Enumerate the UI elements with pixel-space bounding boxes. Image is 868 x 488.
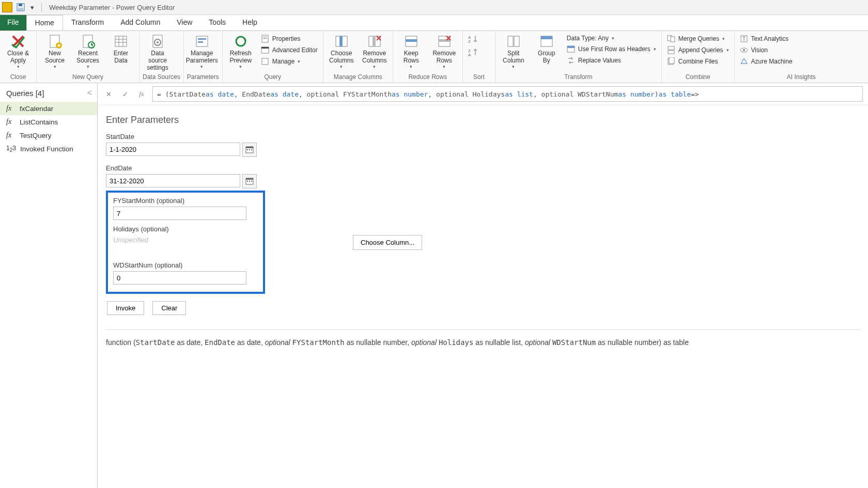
remove-rows-button[interactable]: Remove Rows bbox=[429, 32, 459, 69]
new-source-button[interactable]: New Source bbox=[40, 32, 70, 69]
enddate-calendar-button[interactable] bbox=[242, 174, 257, 188]
data-source-settings-button[interactable]: Data source settings bbox=[143, 32, 173, 71]
group-ai-insights-label: AI Insights bbox=[738, 72, 865, 83]
enter-parameters-title: Enter Parameters bbox=[106, 115, 861, 125]
tab-file[interactable]: File bbox=[0, 15, 26, 30]
merge-queries-button[interactable]: Merge Queries bbox=[665, 34, 731, 43]
query-item-fxcalendar[interactable]: fx fxCalendar bbox=[0, 102, 97, 115]
formula-input[interactable]: = (StartDate as date , EndDate as date ,… bbox=[152, 86, 863, 102]
svg-rect-28 bbox=[373, 36, 376, 46]
enddate-label: EndDate bbox=[106, 164, 861, 172]
wdstartnum-label: WDStartNum (optional) bbox=[113, 261, 258, 269]
tab-transform[interactable]: Transform bbox=[63, 15, 112, 30]
sort-asc-button[interactable]: AZ bbox=[466, 34, 482, 44]
tab-view[interactable]: View bbox=[168, 15, 200, 30]
enter-data-button[interactable]: Enter Data bbox=[106, 32, 136, 64]
tab-home[interactable]: Home bbox=[26, 15, 63, 30]
undo-icon[interactable]: ▾ bbox=[27, 2, 37, 12]
close-apply-button[interactable]: Close & Apply bbox=[3, 32, 33, 69]
fx-icon[interactable]: fx bbox=[136, 88, 147, 100]
svg-rect-23 bbox=[261, 47, 269, 49]
group-data-sources-label: Data Sources bbox=[143, 72, 180, 83]
svg-text:T: T bbox=[742, 36, 746, 42]
svg-rect-26 bbox=[339, 36, 343, 46]
ribbon: Close & Apply Close New Source Recent So… bbox=[0, 31, 868, 83]
azure-ml-button[interactable]: Azure Machine bbox=[738, 57, 795, 66]
cancel-formula-icon[interactable]: ✕ bbox=[103, 88, 114, 100]
tab-help[interactable]: Help bbox=[234, 15, 266, 30]
svg-point-18 bbox=[236, 37, 245, 46]
commit-formula-icon[interactable]: ✓ bbox=[119, 88, 131, 100]
collapse-pane-icon[interactable]: < bbox=[87, 88, 92, 98]
function-signature: function (StartDate as date, EndDate as … bbox=[106, 329, 861, 347]
group-transform: Split Column Group By Data Type: Any Use… bbox=[495, 31, 662, 83]
combine-files-button[interactable]: Combine Files bbox=[665, 57, 731, 66]
choose-columns-button[interactable]: Choose Columns bbox=[327, 32, 357, 69]
manage-button[interactable]: Manage bbox=[259, 57, 320, 66]
startdate-label: StartDate bbox=[106, 133, 861, 140]
advanced-editor-button[interactable]: Advanced Editor bbox=[259, 45, 320, 55]
queries-header: Queries [4] bbox=[6, 89, 44, 98]
startdate-calendar-button[interactable] bbox=[242, 143, 257, 157]
recent-sources-button[interactable]: Recent Sources bbox=[73, 32, 103, 69]
svg-rect-37 bbox=[508, 36, 513, 46]
group-query: Refresh Preview Properties Advanced Edit… bbox=[223, 31, 323, 83]
svg-rect-55 bbox=[247, 149, 248, 150]
group-by-button[interactable]: Group By bbox=[532, 32, 562, 64]
function-icon: fx bbox=[6, 104, 16, 113]
svg-rect-54 bbox=[246, 147, 253, 148]
svg-rect-42 bbox=[567, 46, 575, 48]
keep-rows-button[interactable]: Keep Rows bbox=[396, 32, 426, 69]
split-column-button[interactable]: Split Column bbox=[499, 32, 529, 69]
svg-rect-5 bbox=[83, 35, 92, 48]
use-first-row-button[interactable]: Use First Row as Headers bbox=[565, 44, 658, 54]
svg-rect-44 bbox=[671, 37, 675, 42]
formula-bar: ✕ ✓ fx = (StartDate as date , EndDate as… bbox=[98, 83, 868, 105]
group-reduce-rows: Keep Rows Remove Rows Reduce Rows bbox=[393, 31, 463, 83]
group-ai-insights: T Text Analytics Vision Azure Machine AI… bbox=[735, 31, 868, 83]
remove-columns-button[interactable]: Remove Columns bbox=[360, 32, 390, 69]
query-item-testquery[interactable]: fx TestQuery bbox=[0, 129, 97, 142]
wdstartnum-input[interactable] bbox=[113, 271, 246, 285]
replace-values-button[interactable]: Replace Values bbox=[565, 56, 658, 65]
fystartmonth-input[interactable] bbox=[113, 207, 246, 220]
content-pane: ✕ ✓ fx = (StartDate as date , EndDate as… bbox=[98, 83, 868, 488]
data-type-button[interactable]: Data Type: Any bbox=[565, 34, 658, 42]
holidays-label: Holidays (optional) bbox=[113, 225, 258, 233]
properties-button[interactable]: Properties bbox=[259, 34, 320, 43]
query-item-invoked-function[interactable]: 123 Invoked Function bbox=[0, 142, 97, 155]
clear-button[interactable]: Clear bbox=[152, 301, 186, 315]
svg-rect-21 bbox=[263, 38, 267, 39]
tab-add-column[interactable]: Add Column bbox=[112, 15, 168, 30]
svg-rect-16 bbox=[198, 38, 206, 40]
text-analytics-button[interactable]: T Text Analytics bbox=[738, 34, 795, 43]
group-parameters-label: Parameters bbox=[187, 72, 219, 83]
svg-rect-59 bbox=[246, 178, 253, 180]
group-manage-columns-label: Manage Columns bbox=[327, 72, 390, 83]
svg-rect-48 bbox=[669, 57, 674, 64]
enddate-input[interactable] bbox=[106, 174, 240, 187]
tab-tools[interactable]: Tools bbox=[200, 15, 234, 30]
startdate-input[interactable] bbox=[106, 143, 240, 156]
group-transform-label: Transform bbox=[499, 72, 658, 83]
highlight-box: FYStartMonth (optional) Holidays (option… bbox=[106, 191, 265, 294]
group-data-sources: Data source settings Data Sources bbox=[140, 31, 184, 83]
svg-rect-56 bbox=[249, 149, 250, 150]
manage-parameters-button[interactable]: Manage Parameters bbox=[187, 32, 217, 69]
svg-rect-60 bbox=[247, 181, 248, 182]
sort-desc-button[interactable]: ZA bbox=[466, 48, 482, 58]
save-icon[interactable] bbox=[16, 2, 26, 12]
holidays-placeholder: Unspecified bbox=[113, 235, 258, 244]
refresh-preview-button[interactable]: Refresh Preview bbox=[226, 32, 256, 69]
query-item-listcontains[interactable]: fx ListContains bbox=[0, 115, 97, 129]
svg-rect-32 bbox=[439, 39, 450, 42]
append-queries-button[interactable]: Append Queries bbox=[665, 45, 731, 55]
invoke-button[interactable]: Invoke bbox=[107, 301, 144, 315]
ribbon-tabs: File Home Transform Add Column View Tool… bbox=[0, 15, 868, 31]
group-close: Close & Apply Close bbox=[0, 31, 37, 83]
vision-button[interactable]: Vision bbox=[738, 45, 795, 55]
choose-column-button[interactable]: Choose Column... bbox=[353, 235, 422, 250]
fystartmonth-label: FYStartMonth (optional) bbox=[113, 197, 258, 204]
svg-rect-7 bbox=[115, 36, 127, 46]
group-parameters: Manage Parameters Parameters bbox=[184, 31, 223, 83]
